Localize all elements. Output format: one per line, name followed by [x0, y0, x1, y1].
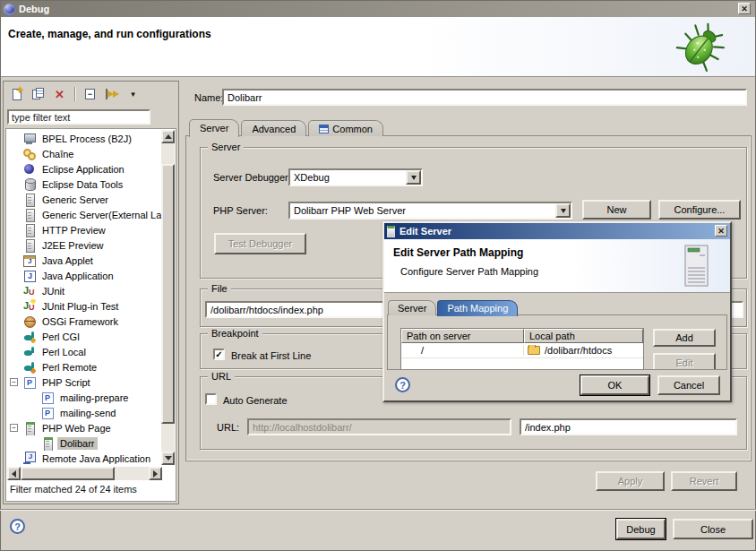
window-title: Debug — [19, 4, 49, 14]
server-debugger-combobox[interactable]: XDebug — [288, 168, 423, 186]
tree-item-eclipse-data-tools[interactable]: Eclipse Data Tools — [6, 176, 161, 192]
tab-common[interactable]: Common — [308, 120, 383, 136]
php-server-value: Dolibarr PHP Web Server — [294, 205, 406, 216]
tab-server[interactable]: Server — [189, 119, 239, 137]
url-path-input[interactable] — [520, 418, 737, 435]
tree-item-java-applet[interactable]: Java Applet — [6, 253, 161, 268]
tree-item-php-web-page[interactable]: −PHP Web Page — [6, 420, 161, 435]
chain-icon — [22, 147, 36, 160]
dialog-help-icon[interactable]: ? — [395, 377, 410, 392]
bpel-process-icon — [22, 132, 36, 145]
tree-item-label: HTTP Preview — [39, 224, 108, 237]
tree-item-perl-cgi[interactable]: Perl CGI — [6, 329, 161, 344]
filter-input[interactable] — [7, 109, 150, 125]
tree-item-mailing-prepare[interactable]: mailing-prepare — [6, 390, 161, 405]
collapse-expander-icon[interactable]: − — [10, 378, 18, 386]
dialog-close-icon[interactable]: ✕ — [715, 225, 727, 237]
tree-item-label: Chaîne — [39, 148, 76, 160]
path-mapping-row[interactable]: //dolibarr/htdocs — [401, 343, 643, 358]
tree-horizontal-scrollbar[interactable] — [7, 467, 162, 480]
add-mapping-button[interactable]: Add — [653, 329, 716, 347]
tree-item-label: JUnit — [39, 285, 67, 297]
toolbar-menu-button[interactable]: ▾ — [125, 87, 141, 102]
scroll-up-icon[interactable] — [161, 130, 175, 143]
tree-item-bpel-process-b2j[interactable]: BPEL Process (B2J) — [6, 131, 161, 146]
tree-item-mailing-send[interactable]: mailing-send — [6, 405, 161, 420]
dialog-heading: Edit Server Path Mapping — [393, 246, 523, 259]
tree-item-http-preview[interactable]: HTTP Preview — [6, 222, 161, 237]
scroll-down-icon[interactable] — [161, 452, 175, 465]
tree-item-perl-remote[interactable]: Perl Remote — [6, 359, 161, 375]
breakpoint-group-legend: Breakpoint — [208, 328, 262, 339]
new-configuration-button[interactable]: ✦ — [9, 87, 24, 102]
collapse-expander-icon[interactable]: − — [10, 424, 18, 432]
tab-common-label: Common — [332, 124, 373, 134]
tree-item-generic-server-external-la[interactable]: Generic Server(External La — [6, 207, 161, 222]
tree-item-label: Java Application — [39, 270, 116, 282]
tree-item-php-script[interactable]: −PHP Script — [6, 375, 161, 390]
filter-button[interactable] — [104, 87, 119, 102]
tree-item-junit-plug-in-test[interactable]: JUnit Plug-in Test — [6, 298, 161, 314]
apply-button[interactable]: Apply — [596, 471, 665, 491]
tab-server-label: Server — [200, 123, 228, 133]
dialog-tab-path-mapping-label: Path Mapping — [447, 303, 508, 314]
name-input[interactable] — [222, 89, 747, 106]
cancel-button[interactable]: Cancel — [657, 375, 720, 395]
edit-mapping-button[interactable]: Edit — [653, 353, 716, 370]
tree-item-eclipse-application[interactable]: Eclipse Application — [6, 161, 161, 176]
combo-dropdown-icon[interactable] — [406, 170, 421, 185]
debug-configurations-window: Debug ✕ Create, manage, and run configur… — [0, 0, 756, 551]
collapse-all-button[interactable]: − — [82, 87, 98, 102]
tree-item-remote-java-application[interactable]: Remote Java Application — [6, 451, 161, 466]
tree-item-junit[interactable]: JUnit — [6, 283, 161, 298]
horizontal-scroll-thumb[interactable] — [21, 467, 115, 480]
url-base-input — [247, 418, 511, 435]
url-group-legend: URL — [208, 371, 235, 382]
dialog-title: Edit Server — [399, 226, 451, 237]
banner-title: Create, manage, and run configurations — [8, 28, 211, 40]
tree-item-dolibarr[interactable]: Dolibarr — [6, 435, 161, 451]
path-mapping-table[interactable]: Path on server Local path //dolibarr/htd… — [400, 328, 644, 370]
tree-item-java-application[interactable]: Java Application — [6, 268, 161, 283]
configure-server-button[interactable]: Configure... — [658, 200, 741, 220]
tree-item-osgi-framework[interactable]: OSGi Framework — [6, 314, 161, 329]
column-path-on-server[interactable]: Path on server — [401, 329, 524, 343]
duplicate-configuration-button[interactable] — [30, 87, 46, 102]
table-body: //dolibarr/htdocs — [401, 343, 643, 358]
window-titlebar[interactable]: Debug ✕ — [1, 1, 755, 17]
dialog-titlebar[interactable]: Edit Server ✕ — [384, 223, 730, 239]
delete-configuration-button[interactable]: ✕ — [52, 87, 67, 102]
check-icon: ✓ — [215, 350, 222, 358]
table-header: Path on server Local path — [401, 329, 643, 343]
tree-item-generic-server[interactable]: Generic Server — [6, 192, 161, 207]
close-button[interactable]: Close — [673, 519, 753, 539]
scroll-right-icon[interactable] — [149, 467, 162, 480]
auto-generate-checkbox[interactable]: ✓ — [205, 393, 217, 405]
dialog-tab-path-mapping[interactable]: Path Mapping — [437, 300, 518, 316]
combo-dropdown-icon[interactable] — [555, 203, 571, 218]
column-local-path[interactable]: Local path — [524, 329, 643, 343]
debug-button[interactable]: Debug — [616, 519, 666, 539]
test-debugger-button[interactable]: Test Debugger — [214, 233, 306, 254]
help-icon[interactable]: ? — [10, 519, 25, 534]
break-first-line-checkbox[interactable]: ✓ — [213, 349, 225, 360]
revert-button[interactable]: Revert — [671, 471, 737, 491]
ok-button[interactable]: OK — [580, 375, 649, 395]
window-close-icon[interactable]: ✕ — [738, 3, 751, 14]
tab-advanced[interactable]: Advanced — [241, 120, 306, 136]
scroll-left-icon[interactable] — [7, 467, 21, 480]
perl-icon — [22, 345, 36, 358]
php-server-combobox[interactable]: Dolibarr PHP Web Server — [288, 202, 572, 220]
eclipse-logo-icon — [4, 4, 15, 15]
new-server-button[interactable]: New — [582, 200, 651, 220]
file-group-legend: File — [208, 283, 231, 294]
junit-plugin-icon — [22, 299, 36, 313]
dialog-tab-server[interactable]: Server — [388, 300, 436, 315]
vertical-scroll-thumb[interactable] — [161, 164, 175, 424]
tree-vertical-scrollbar[interactable] — [161, 130, 175, 465]
tree-item-label: Eclipse Application — [39, 163, 127, 176]
name-label: Name: — [194, 92, 223, 103]
tree-item-cha-ne[interactable]: Chaîne — [6, 146, 161, 161]
tree-item-perl-local[interactable]: Perl Local — [6, 344, 161, 359]
tree-item-j2ee-preview[interactable]: J2EE Preview — [6, 237, 161, 253]
